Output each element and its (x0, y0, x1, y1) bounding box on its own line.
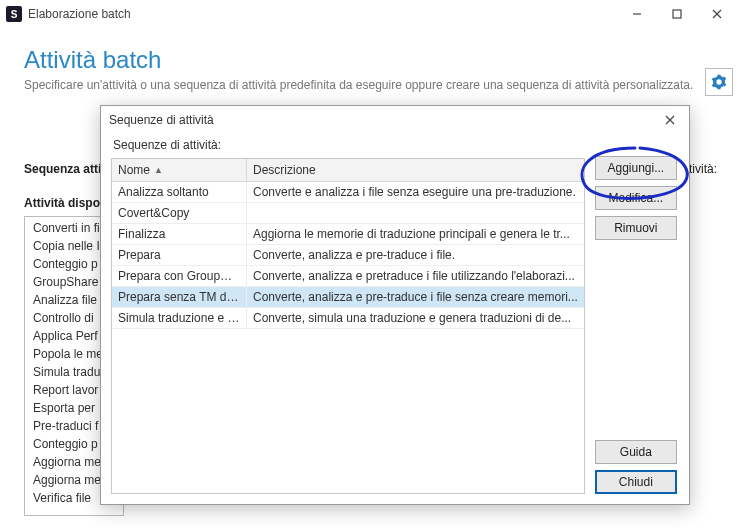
window-title: Elaborazione batch (28, 7, 617, 21)
add-button[interactable]: Aggiungi... (595, 156, 677, 180)
app-icon: S (6, 6, 22, 22)
gear-icon (711, 74, 727, 90)
cell-desc: Converte, analizza e pre-traduce i file. (247, 245, 584, 265)
grid-header: Nome ▲ Descrizione (112, 159, 584, 182)
cell-name: Analizza soltanto (112, 182, 247, 202)
close-button[interactable] (697, 2, 737, 26)
page-title: Attività batch (24, 46, 719, 74)
task-sequences-dialog: Sequenze di attività Sequenze di attivit… (100, 105, 690, 505)
cell-name: Covert&Copy (112, 203, 247, 223)
page-subtitle: Specificare un'attività o una sequenza d… (24, 78, 719, 92)
table-row[interactable]: Simula traduzione e crea fi...Converte, … (112, 308, 584, 329)
cell-desc: Converte, analizza e pretraduce i file u… (247, 266, 584, 286)
dialog-close-button[interactable] (659, 109, 681, 131)
edit-button[interactable]: Modifica... (595, 186, 677, 210)
main-titlebar: S Elaborazione batch (0, 0, 743, 28)
sort-asc-icon: ▲ (154, 165, 163, 175)
maximize-button[interactable] (657, 2, 697, 26)
table-row[interactable]: Covert&Copy (112, 203, 584, 224)
cell-desc (247, 203, 584, 223)
table-row[interactable]: FinalizzaAggiorna le memorie di traduzio… (112, 224, 584, 245)
col-header-name[interactable]: Nome ▲ (112, 159, 247, 181)
table-row[interactable]: Analizza soltantoConverte e analizza i f… (112, 182, 584, 203)
remove-button[interactable]: Rimuovi (595, 216, 677, 240)
cell-name: Prepara con GroupShare (112, 266, 247, 286)
cell-name: Prepara senza TM di proge... (112, 287, 247, 307)
col-header-desc[interactable]: Descrizione (247, 159, 584, 181)
cell-name: Prepara (112, 245, 247, 265)
dialog-title: Sequenze di attività (109, 113, 659, 127)
table-row[interactable]: Prepara senza TM di proge...Converte, an… (112, 287, 584, 308)
svg-rect-0 (673, 10, 681, 18)
cell-desc: Converte e analizza i file senza eseguir… (247, 182, 584, 202)
task-sequence-grid[interactable]: Nome ▲ Descrizione Analizza soltantoConv… (111, 158, 585, 494)
table-row[interactable]: Prepara con GroupShareConverte, analizza… (112, 266, 584, 287)
sequence-label: Sequenza atti (24, 162, 101, 176)
close-dialog-button[interactable]: Chiudi (595, 470, 677, 494)
available-label: Attività dispo (24, 196, 100, 210)
settings-button[interactable] (705, 68, 733, 96)
grid-caption: Sequenze di attività: (111, 134, 585, 158)
cell-desc: Aggiorna le memorie di traduzione princi… (247, 224, 584, 244)
help-button[interactable]: Guida (595, 440, 677, 464)
cell-desc: Converte, simula una traduzione e genera… (247, 308, 584, 328)
table-row[interactable]: PreparaConverte, analizza e pre-traduce … (112, 245, 584, 266)
cell-name: Simula traduzione e crea fi... (112, 308, 247, 328)
cell-name: Finalizza (112, 224, 247, 244)
dialog-titlebar: Sequenze di attività (101, 106, 689, 134)
cell-desc: Converte, analizza e pre-traduce i file … (247, 287, 584, 307)
minimize-button[interactable] (617, 2, 657, 26)
